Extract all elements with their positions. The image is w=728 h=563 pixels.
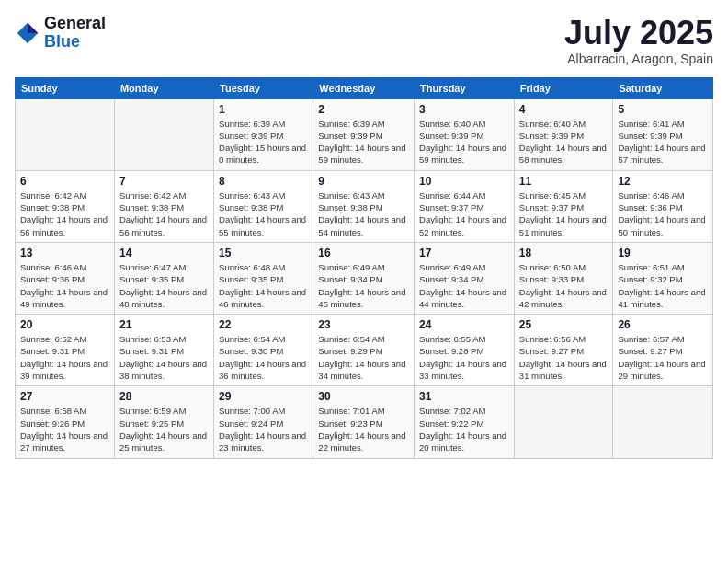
- day-number: 25: [519, 318, 609, 331]
- calendar-week-row: 27Sunrise: 6:58 AMSunset: 9:26 PMDayligh…: [16, 386, 713, 458]
- day-number: 12: [618, 175, 708, 188]
- day-info: Sunrise: 6:41 AMSunset: 9:39 PMDaylight:…: [618, 118, 708, 167]
- day-number: 21: [119, 318, 209, 331]
- calendar-week-row: 1Sunrise: 6:39 AMSunset: 9:39 PMDaylight…: [16, 98, 713, 170]
- day-number: 1: [219, 103, 308, 116]
- title-section: July 2025 Albarracin, Aragon, Spain: [564, 15, 713, 66]
- logo-icon: [15, 20, 40, 46]
- calendar-cell: 3Sunrise: 6:40 AMSunset: 9:39 PMDaylight…: [415, 98, 515, 170]
- calendar-header-row: SundayMondayTuesdayWednesdayThursdayFrid…: [16, 77, 713, 98]
- header-friday: Friday: [514, 77, 613, 98]
- day-number: 15: [219, 247, 308, 259]
- day-info: Sunrise: 6:57 AMSunset: 9:27 PMDaylight:…: [618, 333, 708, 382]
- logo-general: General: [44, 15, 106, 33]
- calendar-cell: 24Sunrise: 6:55 AMSunset: 9:28 PMDayligh…: [415, 315, 515, 386]
- day-info: Sunrise: 6:39 AMSunset: 9:39 PMDaylight:…: [219, 118, 308, 167]
- day-info: Sunrise: 6:50 AMSunset: 9:33 PMDaylight:…: [519, 261, 609, 310]
- day-info: Sunrise: 6:40 AMSunset: 9:39 PMDaylight:…: [519, 118, 609, 167]
- day-number: 19: [618, 247, 708, 259]
- calendar-cell: 15Sunrise: 6:48 AMSunset: 9:35 PMDayligh…: [214, 242, 313, 314]
- day-number: 17: [419, 247, 509, 259]
- calendar-cell: 31Sunrise: 7:02 AMSunset: 9:22 PMDayligh…: [415, 386, 515, 458]
- header-tuesday: Tuesday: [214, 77, 313, 98]
- day-info: Sunrise: 6:56 AMSunset: 9:27 PMDaylight:…: [519, 333, 609, 382]
- calendar-cell: 26Sunrise: 6:57 AMSunset: 9:27 PMDayligh…: [613, 315, 713, 386]
- location: Albarracin, Aragon, Spain: [564, 52, 713, 66]
- calendar-cell: 20Sunrise: 6:52 AMSunset: 9:31 PMDayligh…: [16, 315, 115, 386]
- day-number: 5: [618, 103, 708, 116]
- calendar-cell: [514, 386, 613, 458]
- header-wednesday: Wednesday: [313, 77, 415, 98]
- calendar-cell: 11Sunrise: 6:45 AMSunset: 9:37 PMDayligh…: [514, 170, 613, 242]
- day-number: 27: [20, 390, 109, 403]
- calendar-cell: 28Sunrise: 6:59 AMSunset: 9:25 PMDayligh…: [114, 386, 213, 458]
- page-header: General Blue July 2025 Albarracin, Arago…: [15, 15, 713, 66]
- day-info: Sunrise: 6:40 AMSunset: 9:39 PMDaylight:…: [419, 118, 509, 167]
- day-number: 20: [20, 318, 109, 331]
- day-number: 11: [519, 175, 609, 188]
- day-number: 10: [419, 175, 509, 188]
- day-info: Sunrise: 6:45 AMSunset: 9:37 PMDaylight:…: [519, 190, 609, 238]
- day-info: Sunrise: 7:00 AMSunset: 9:24 PMDaylight:…: [219, 405, 308, 454]
- day-info: Sunrise: 6:53 AMSunset: 9:31 PMDaylight:…: [119, 333, 209, 382]
- day-info: Sunrise: 6:43 AMSunset: 9:38 PMDaylight:…: [219, 190, 308, 238]
- day-number: 14: [119, 247, 209, 259]
- calendar-cell: [16, 98, 115, 170]
- day-info: Sunrise: 6:47 AMSunset: 9:35 PMDaylight:…: [119, 261, 209, 310]
- day-info: Sunrise: 6:52 AMSunset: 9:31 PMDaylight:…: [20, 333, 109, 382]
- calendar-cell: 30Sunrise: 7:01 AMSunset: 9:23 PMDayligh…: [313, 386, 415, 458]
- day-info: Sunrise: 6:48 AMSunset: 9:35 PMDaylight:…: [219, 261, 308, 310]
- logo-blue: Blue: [44, 33, 106, 52]
- calendar-cell: [114, 98, 213, 170]
- calendar-cell: 19Sunrise: 6:51 AMSunset: 9:32 PMDayligh…: [613, 242, 713, 314]
- logo: General Blue: [15, 15, 106, 52]
- calendar-cell: 23Sunrise: 6:54 AMSunset: 9:29 PMDayligh…: [313, 315, 415, 386]
- day-number: 26: [618, 318, 708, 331]
- day-info: Sunrise: 7:02 AMSunset: 9:22 PMDaylight:…: [419, 405, 509, 454]
- day-info: Sunrise: 6:39 AMSunset: 9:39 PMDaylight:…: [318, 118, 409, 167]
- day-info: Sunrise: 6:42 AMSunset: 9:38 PMDaylight:…: [20, 190, 109, 238]
- day-info: Sunrise: 6:46 AMSunset: 9:36 PMDaylight:…: [618, 190, 708, 238]
- day-number: 22: [219, 318, 308, 331]
- day-number: 29: [219, 390, 308, 403]
- day-info: Sunrise: 6:55 AMSunset: 9:28 PMDaylight:…: [419, 333, 509, 382]
- day-info: Sunrise: 6:44 AMSunset: 9:37 PMDaylight:…: [419, 190, 509, 238]
- day-info: Sunrise: 6:58 AMSunset: 9:26 PMDaylight:…: [20, 405, 109, 454]
- header-monday: Monday: [114, 77, 213, 98]
- day-number: 8: [219, 175, 308, 188]
- day-info: Sunrise: 6:54 AMSunset: 9:30 PMDaylight:…: [219, 333, 308, 382]
- calendar-cell: 5Sunrise: 6:41 AMSunset: 9:39 PMDaylight…: [613, 98, 713, 170]
- day-info: Sunrise: 6:49 AMSunset: 9:34 PMDaylight:…: [419, 261, 509, 310]
- day-info: Sunrise: 6:42 AMSunset: 9:38 PMDaylight:…: [119, 190, 209, 238]
- calendar-cell: 25Sunrise: 6:56 AMSunset: 9:27 PMDayligh…: [514, 315, 613, 386]
- header-sunday: Sunday: [16, 77, 115, 98]
- header-saturday: Saturday: [613, 77, 713, 98]
- calendar-week-row: 6Sunrise: 6:42 AMSunset: 9:38 PMDaylight…: [16, 170, 713, 242]
- day-info: Sunrise: 6:59 AMSunset: 9:25 PMDaylight:…: [119, 405, 209, 454]
- calendar-cell: 2Sunrise: 6:39 AMSunset: 9:39 PMDaylight…: [313, 98, 415, 170]
- calendar-cell: 16Sunrise: 6:49 AMSunset: 9:34 PMDayligh…: [313, 242, 415, 314]
- calendar-cell: 29Sunrise: 7:00 AMSunset: 9:24 PMDayligh…: [214, 386, 313, 458]
- calendar-week-row: 13Sunrise: 6:46 AMSunset: 9:36 PMDayligh…: [16, 242, 713, 314]
- day-number: 24: [419, 318, 509, 331]
- calendar-cell: 1Sunrise: 6:39 AMSunset: 9:39 PMDaylight…: [214, 98, 313, 170]
- calendar-cell: 13Sunrise: 6:46 AMSunset: 9:36 PMDayligh…: [16, 242, 115, 314]
- calendar-week-row: 20Sunrise: 6:52 AMSunset: 9:31 PMDayligh…: [16, 315, 713, 386]
- svg-marker-1: [28, 23, 38, 33]
- calendar-cell: 14Sunrise: 6:47 AMSunset: 9:35 PMDayligh…: [114, 242, 213, 314]
- day-number: 7: [119, 175, 209, 188]
- header-thursday: Thursday: [415, 77, 515, 98]
- calendar-cell: 7Sunrise: 6:42 AMSunset: 9:38 PMDaylight…: [114, 170, 213, 242]
- calendar-cell: 8Sunrise: 6:43 AMSunset: 9:38 PMDaylight…: [214, 170, 313, 242]
- month-title: July 2025: [564, 15, 713, 52]
- calendar-cell: 22Sunrise: 6:54 AMSunset: 9:30 PMDayligh…: [214, 315, 313, 386]
- day-info: Sunrise: 6:43 AMSunset: 9:38 PMDaylight:…: [318, 190, 409, 238]
- day-number: 28: [119, 390, 209, 403]
- day-number: 16: [318, 247, 409, 259]
- day-number: 6: [20, 175, 109, 188]
- calendar-cell: 4Sunrise: 6:40 AMSunset: 9:39 PMDaylight…: [514, 98, 613, 170]
- day-number: 4: [519, 103, 609, 116]
- calendar-cell: 9Sunrise: 6:43 AMSunset: 9:38 PMDaylight…: [313, 170, 415, 242]
- calendar-cell: 12Sunrise: 6:46 AMSunset: 9:36 PMDayligh…: [613, 170, 713, 242]
- calendar-cell: 21Sunrise: 6:53 AMSunset: 9:31 PMDayligh…: [114, 315, 213, 386]
